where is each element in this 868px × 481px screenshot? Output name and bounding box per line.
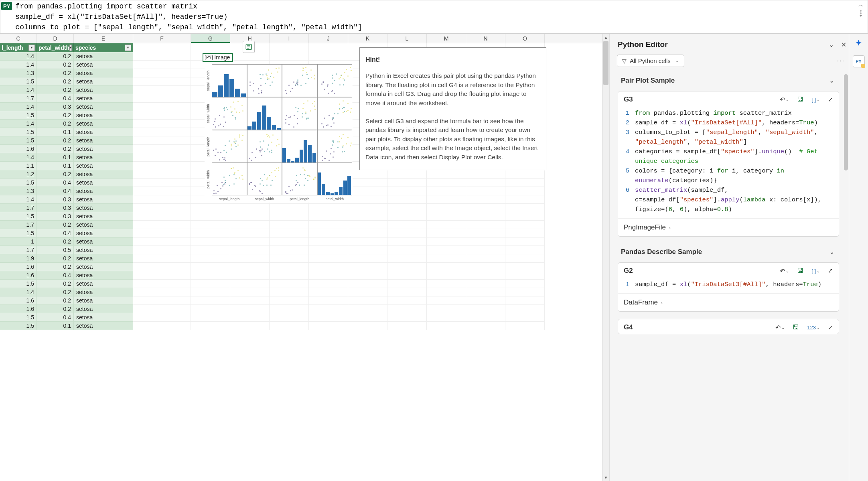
table-cell[interactable]: 1.5: [0, 179, 37, 187]
cell[interactable]: [427, 263, 466, 271]
table-cell[interactable]: setosa: [74, 170, 133, 179]
table-cell[interactable]: 1.4: [0, 86, 37, 94]
save-icon[interactable]: 🖫: [793, 324, 799, 331]
cell[interactable]: [133, 229, 191, 237]
table-cell[interactable]: 1.4: [0, 103, 37, 111]
cell[interactable]: [505, 179, 545, 187]
table-cell[interactable]: 1.5: [0, 280, 37, 288]
cell[interactable]: [505, 305, 545, 313]
cell[interactable]: [505, 221, 545, 229]
cell[interactable]: [133, 296, 191, 305]
cell[interactable]: [466, 305, 505, 313]
formula-resize-handle[interactable]: [860, 9, 862, 17]
cell[interactable]: [505, 280, 545, 288]
cell[interactable]: [427, 313, 466, 322]
cell[interactable]: [348, 195, 387, 204]
cell[interactable]: [230, 254, 270, 263]
table-cell[interactable]: 1.6: [0, 263, 37, 271]
table-cell[interactable]: 1.3: [0, 187, 37, 195]
more-options-icon[interactable]: ···: [837, 57, 845, 65]
cell[interactable]: [309, 271, 348, 280]
table-cell[interactable]: 0.2: [37, 237, 74, 246]
table-cell[interactable]: setosa: [74, 313, 133, 322]
table-cell[interactable]: 1.6: [0, 145, 37, 153]
table-cell[interactable]: setosa: [74, 254, 133, 263]
cell[interactable]: [387, 187, 427, 195]
cell[interactable]: [387, 271, 427, 280]
save-icon[interactable]: 🖫: [797, 267, 803, 274]
column-header-J[interactable]: J: [309, 34, 348, 43]
cell[interactable]: [133, 86, 191, 94]
table-cell[interactable]: setosa: [74, 103, 133, 111]
table-cell[interactable]: 0.3: [37, 195, 74, 204]
cell[interactable]: [133, 305, 191, 313]
python-rail-icon[interactable]: [853, 55, 865, 67]
cell[interactable]: [387, 229, 427, 237]
cell[interactable]: [505, 212, 545, 221]
cell[interactable]: [309, 52, 348, 61]
cell[interactable]: [466, 212, 505, 221]
filter-icon[interactable]: ▾: [28, 45, 35, 51]
table-cell[interactable]: setosa: [74, 322, 133, 330]
cell[interactable]: [230, 322, 270, 330]
table-cell[interactable]: setosa: [74, 229, 133, 237]
formula-bar[interactable]: PY from pandas.plotting import scatter_m…: [0, 0, 868, 34]
cell[interactable]: [387, 204, 427, 212]
table-cell[interactable]: setosa: [74, 212, 133, 221]
cell[interactable]: [387, 322, 427, 330]
table-header[interactable]: petal_width▾: [37, 43, 74, 52]
cell[interactable]: [348, 288, 387, 296]
cell[interactable]: [270, 229, 309, 237]
table-header[interactable]: species▾: [74, 43, 133, 52]
undo-icon[interactable]: ↶⌄: [780, 96, 789, 104]
table-cell[interactable]: setosa: [74, 145, 133, 153]
cell[interactable]: [505, 288, 545, 296]
cell[interactable]: [270, 212, 309, 221]
pair-plot-image[interactable]: sepal_lengthsepal_widthpetal_lengthpetal…: [205, 64, 352, 203]
cell[interactable]: [466, 170, 505, 179]
cell[interactable]: [466, 187, 505, 195]
code-body[interactable]: 1sample_df = xl("IrisDataSet3[#All]", he…: [618, 277, 839, 293]
cell[interactable]: [387, 212, 427, 221]
cell[interactable]: [133, 120, 191, 128]
cell[interactable]: [309, 313, 348, 322]
cell[interactable]: [348, 254, 387, 263]
cell[interactable]: [133, 145, 191, 153]
table-cell[interactable]: 0.3: [37, 204, 74, 212]
cell[interactable]: [133, 162, 191, 170]
cell[interactable]: [348, 237, 387, 246]
cell[interactable]: [270, 288, 309, 296]
cell[interactable]: [230, 288, 270, 296]
table-cell[interactable]: 1.6: [0, 296, 37, 305]
cell[interactable]: [230, 52, 270, 61]
table-cell[interactable]: 1.6: [0, 271, 37, 280]
table-cell[interactable]: 0.2: [37, 120, 74, 128]
cell[interactable]: [230, 271, 270, 280]
cell[interactable]: [387, 246, 427, 254]
cell[interactable]: [191, 254, 230, 263]
table-cell[interactable]: 0.2: [37, 280, 74, 288]
table-cell[interactable]: 0.3: [37, 103, 74, 111]
table-cell[interactable]: 1.5: [0, 128, 37, 136]
cell[interactable]: [348, 179, 387, 187]
table-cell[interactable]: 0.2: [37, 111, 74, 120]
cell[interactable]: [133, 77, 191, 86]
expand-icon[interactable]: ⤢: [828, 267, 833, 274]
cell[interactable]: [133, 280, 191, 288]
table-cell[interactable]: 1.5: [0, 229, 37, 237]
table-cell[interactable]: setosa: [74, 128, 133, 136]
cell[interactable]: [309, 322, 348, 330]
table-cell[interactable]: 1.4: [0, 61, 37, 69]
cell[interactable]: [133, 179, 191, 187]
cell[interactable]: [309, 229, 348, 237]
table-cell[interactable]: 1.7: [0, 221, 37, 229]
column-header-O[interactable]: O: [505, 34, 545, 43]
table-cell[interactable]: 1.2: [0, 170, 37, 179]
cell[interactable]: [387, 195, 427, 204]
table-cell[interactable]: 1.4: [0, 153, 37, 162]
column-header-M[interactable]: M: [427, 34, 466, 43]
cell[interactable]: [133, 313, 191, 322]
cell[interactable]: [348, 204, 387, 212]
table-cell[interactable]: 0.4: [37, 179, 74, 187]
cell[interactable]: [309, 263, 348, 271]
